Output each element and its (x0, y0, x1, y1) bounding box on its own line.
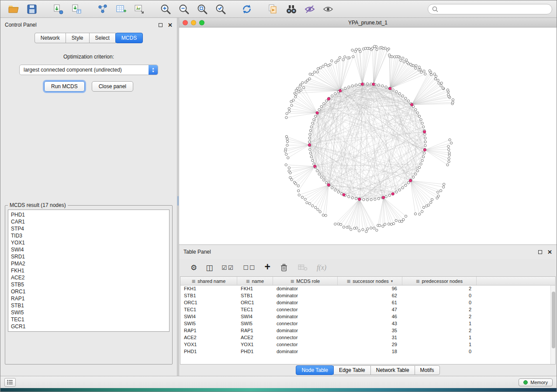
open-button[interactable] (5, 2, 22, 16)
table-cell[interactable]: 1 (402, 341, 477, 348)
splitter-handle-icon[interactable] (177, 196, 179, 206)
mcds-result-list[interactable]: PHD1CAR1STP4TID3YOX1SWI4SRD1PMA2FKH1ACE2… (8, 210, 170, 332)
table-cell[interactable]: PHD1 (180, 348, 237, 355)
column-header-predecessor-nodes[interactable]: ▦predecessor nodes (402, 277, 477, 285)
select-all-icon[interactable]: ☑☑ (221, 264, 234, 271)
table-cell[interactable]: dominator (273, 285, 338, 292)
mcds-result-item[interactable]: YOX1 (11, 239, 166, 246)
table-cell[interactable]: connector (273, 306, 338, 313)
mcds-result-item[interactable]: PHD1 (11, 211, 166, 218)
column-header-name[interactable]: ▦name (237, 277, 273, 285)
tab-select[interactable]: Select (89, 33, 116, 43)
visibility-toggle-button[interactable] (319, 2, 337, 16)
zoom-selected-button[interactable] (212, 2, 229, 16)
mcds-result-item[interactable]: TID3 (11, 232, 166, 239)
table-cell[interactable]: 62 (338, 292, 402, 299)
search-network-button[interactable] (283, 2, 300, 16)
table-cell[interactable]: YOX1 (180, 341, 237, 348)
table-cell[interactable]: 2 (402, 327, 477, 334)
save-button[interactable] (23, 2, 41, 16)
table-cell[interactable]: 1 (402, 320, 477, 327)
table-cell[interactable]: 2 (402, 306, 477, 313)
table-cell[interactable]: dominator (273, 348, 338, 355)
table-cell[interactable]: 18 (338, 348, 402, 355)
table-cell[interactable]: dominator (273, 313, 338, 320)
sort-indicator-icon[interactable]: ▾ (391, 279, 393, 283)
tab-edge-table[interactable]: Edge Table (333, 365, 371, 375)
column-header-MCDS-role[interactable]: ▦MCDS role (273, 277, 338, 285)
table-cell[interactable]: YOX1 (237, 341, 273, 348)
table-cell[interactable]: 43 (338, 320, 402, 327)
tab-network[interactable]: Network (35, 33, 66, 43)
tab-style[interactable]: Style (66, 33, 90, 43)
table-cell[interactable]: 2 (402, 313, 477, 320)
table-cell[interactable]: dominator (273, 292, 338, 299)
table-scrollbar-thumb[interactable] (552, 292, 555, 348)
table-cell[interactable]: ORC1 (237, 299, 273, 306)
mcds-result-item[interactable]: CAR1 (11, 218, 166, 225)
mcds-result-item[interactable]: GCR1 (11, 323, 166, 330)
show-columns-icon[interactable]: ◫ (206, 263, 213, 272)
float-table-panel-icon[interactable] (538, 250, 542, 254)
mcds-result-item[interactable]: FKH1 (11, 267, 166, 274)
zoom-fit-button[interactable] (194, 2, 211, 16)
table-row[interactable]: ACE2ACE2connector311 (180, 334, 555, 341)
table-cell[interactable]: ORC1 (180, 299, 237, 306)
table-cell[interactable]: ACE2 (180, 334, 237, 341)
table-row[interactable]: SWI5SWI5connector431 (180, 320, 555, 327)
close-panel-button[interactable]: Close panel (92, 81, 133, 92)
table-cell[interactable]: RAP1 (237, 327, 273, 334)
table-cell[interactable]: PHD1 (237, 348, 273, 355)
table-cell[interactable]: 0 (402, 299, 477, 306)
table-cell[interactable]: 29 (338, 341, 402, 348)
analyzer-toggle-button[interactable] (301, 2, 318, 16)
table-cell[interactable]: SWI5 (180, 320, 237, 327)
table-cell[interactable]: FKH1 (237, 285, 273, 292)
mcds-result-item[interactable]: ACE2 (11, 274, 166, 281)
clear-selection-icon[interactable]: ☐☐ (243, 264, 256, 271)
tab-motifs[interactable]: Motifs (415, 365, 440, 375)
mcds-result-item[interactable]: RAP1 (11, 295, 166, 302)
search-input[interactable] (441, 6, 548, 13)
table-cell[interactable]: dominator (273, 327, 338, 334)
table-row[interactable]: PHD1PHD1dominator180 (180, 348, 555, 355)
delete-column-icon[interactable] (279, 262, 289, 273)
table-cell[interactable]: ACE2 (237, 334, 273, 341)
table-row[interactable]: STB1STB1dominator620 (180, 292, 555, 299)
mcds-result-item[interactable]: SWI4 (11, 246, 166, 253)
new-network-button[interactable] (94, 2, 111, 16)
table-cell[interactable]: STB1 (237, 292, 273, 299)
mcds-result-item[interactable]: PMA2 (11, 260, 166, 267)
table-row[interactable]: YOX1YOX1connector291 (180, 341, 555, 348)
close-panel-icon[interactable]: ✕ (168, 22, 173, 28)
table-cell[interactable]: 1 (402, 334, 477, 341)
import-table-from-file-button[interactable] (68, 2, 85, 16)
float-panel-icon[interactable] (159, 23, 163, 27)
table-cell[interactable]: 61 (338, 299, 402, 306)
add-column-icon[interactable]: + (265, 261, 270, 273)
table-cell[interactable]: STB1 (180, 292, 237, 299)
tab-mcds[interactable]: MCDS (115, 33, 143, 43)
table-cell[interactable]: TEC1 (180, 306, 237, 313)
task-history-button[interactable] (4, 378, 16, 387)
network-graph[interactable] (179, 28, 557, 244)
table-scrollbar[interactable] (550, 285, 555, 364)
table-cell[interactable]: 96 (338, 285, 402, 292)
table-row[interactable]: RAP1RAP1dominator352 (180, 327, 555, 334)
tab-network-table[interactable]: Network Table (370, 365, 415, 375)
mcds-result-item[interactable]: SRD1 (11, 253, 166, 260)
table-cell[interactable]: SWI5 (237, 320, 273, 327)
table-cell[interactable]: TEC1 (237, 306, 273, 313)
table-settings-gear-icon[interactable]: ⚙ (190, 263, 197, 272)
export-image-button[interactable] (131, 2, 148, 16)
table-cell[interactable]: 46 (338, 313, 402, 320)
table-row[interactable]: TEC1TEC1connector472 (180, 306, 555, 313)
table-cell[interactable]: connector (273, 334, 338, 341)
table-cell[interactable]: SWI4 (237, 313, 273, 320)
memory-button[interactable]: Memory (519, 378, 553, 386)
mcds-result-item[interactable]: TEC1 (11, 316, 166, 323)
table-row[interactable]: ORC1ORC1dominator610 (180, 299, 555, 306)
criterion-dropdown[interactable]: largest connected component (undirected)… (19, 65, 158, 75)
table-row[interactable]: FKH1FKH1dominator962 (180, 285, 555, 292)
mcds-result-item[interactable]: STB1 (11, 302, 166, 309)
